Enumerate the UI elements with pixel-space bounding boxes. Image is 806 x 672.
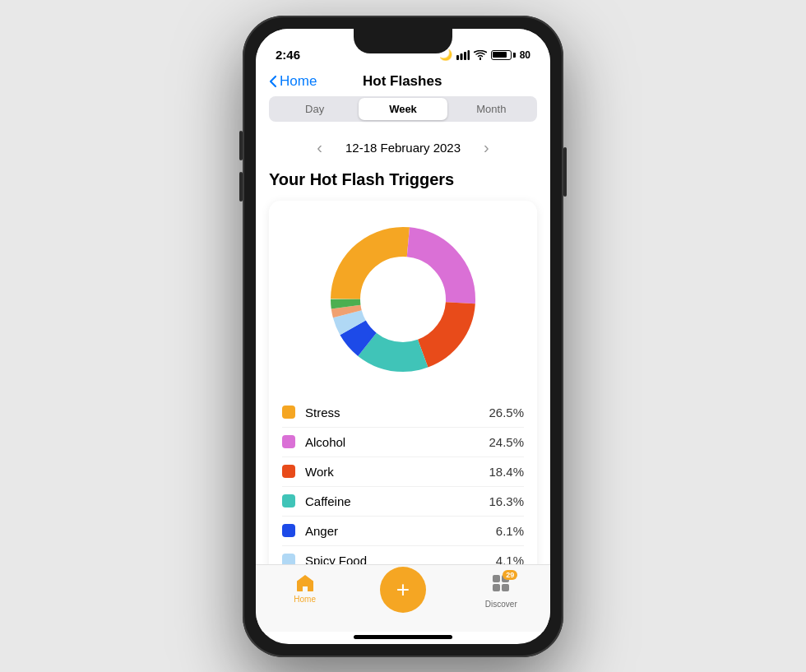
svg-rect-16 [502, 584, 509, 591]
main-content: Your Hot Flash Triggers [256, 170, 550, 564]
svg-rect-2 [464, 52, 466, 60]
discover-badge-container: 29 [491, 573, 511, 596]
page-title: Hot Flashes [317, 73, 488, 90]
segment-week[interactable]: Week [359, 98, 447, 120]
svg-rect-1 [460, 53, 462, 60]
wifi-icon [474, 50, 487, 60]
svg-point-12 [361, 257, 445, 341]
segment-day[interactable]: Day [271, 98, 359, 120]
alcohol-color [282, 435, 295, 448]
volume-up-button [239, 131, 243, 160]
home-icon [295, 573, 315, 591]
legend-label-work: Work [305, 465, 489, 479]
chevron-left-icon [269, 75, 277, 88]
screen: 2:46 🌙 [256, 29, 550, 644]
legend-value-stress: 26.5% [489, 406, 524, 419]
legend-value-work: 18.4% [489, 465, 524, 479]
home-indicator [354, 635, 452, 639]
battery-icon [491, 50, 516, 60]
segment-control: Day Week Month [269, 96, 537, 122]
add-button[interactable]: + [354, 573, 452, 613]
date-label: 12-18 February 2023 [345, 141, 461, 155]
donut-chart [282, 217, 524, 382]
status-icons: 🌙 8 [439, 49, 530, 61]
legend-label-anger: Anger [305, 524, 496, 538]
list-item: Stress 26.5% [282, 398, 524, 428]
svg-rect-13 [493, 575, 500, 582]
tab-home[interactable]: Home [256, 573, 354, 604]
legend-list: Stress 26.5% Alcohol 24.5% Work 18.4% [282, 398, 524, 564]
legend-value-caffeine: 16.3% [489, 494, 524, 508]
svg-rect-3 [467, 50, 470, 60]
legend-label-caffeine: Caffeine [305, 494, 489, 508]
volume-down-button [239, 172, 243, 202]
status-bar: 2:46 🌙 [256, 29, 550, 70]
back-label: Home [280, 73, 317, 90]
stress-color [282, 406, 295, 419]
legend-label-alcohol: Alcohol [305, 435, 489, 449]
donut-svg [321, 217, 485, 382]
power-button [563, 147, 567, 197]
spicy-food-color [282, 554, 295, 564]
legend-value-spicy-food: 4.1% [496, 554, 524, 564]
home-tab-label: Home [294, 595, 316, 604]
anger-color [282, 524, 295, 537]
battery-level: 80 [520, 49, 530, 61]
caffeine-color [282, 494, 295, 507]
date-navigation: ‹ 12-18 February 2023 › [256, 132, 550, 170]
legend-label-stress: Stress [305, 406, 489, 419]
legend-label-spicy-food: Spicy Food [305, 554, 496, 564]
signal-icon [456, 50, 470, 60]
svg-rect-15 [493, 584, 500, 591]
list-item: Work 18.4% [282, 457, 524, 487]
svg-rect-0 [456, 55, 459, 60]
list-item: Anger 6.1% [282, 517, 524, 546]
nav-bar: Home Hot Flashes [256, 70, 550, 96]
add-icon: + [396, 577, 410, 603]
tab-bar: Home + 29 Discover [256, 564, 550, 632]
triggers-card: Stress 26.5% Alcohol 24.5% Work 18.4% [269, 201, 537, 564]
back-button[interactable]: Home [269, 73, 317, 90]
list-item: Caffeine 16.3% [282, 487, 524, 517]
list-item: Spicy Food 4.1% [282, 546, 524, 564]
discover-badge-count: 29 [503, 570, 517, 580]
status-time: 2:46 [276, 48, 300, 62]
next-date-button[interactable]: › [477, 135, 496, 160]
legend-value-anger: 6.1% [496, 524, 524, 538]
add-btn-circle[interactable]: + [380, 567, 426, 613]
moon-icon: 🌙 [439, 49, 452, 61]
tab-discover[interactable]: 29 Discover [452, 573, 550, 609]
prev-date-button[interactable]: ‹ [310, 135, 329, 160]
phone-frame: 2:46 🌙 [243, 16, 563, 657]
list-item: Alcohol 24.5% [282, 428, 524, 457]
section-title: Your Hot Flash Triggers [269, 170, 537, 189]
legend-value-alcohol: 24.5% [489, 435, 524, 449]
work-color [282, 465, 295, 478]
segment-month[interactable]: Month [447, 98, 535, 120]
discover-tab-label: Discover [485, 600, 517, 609]
